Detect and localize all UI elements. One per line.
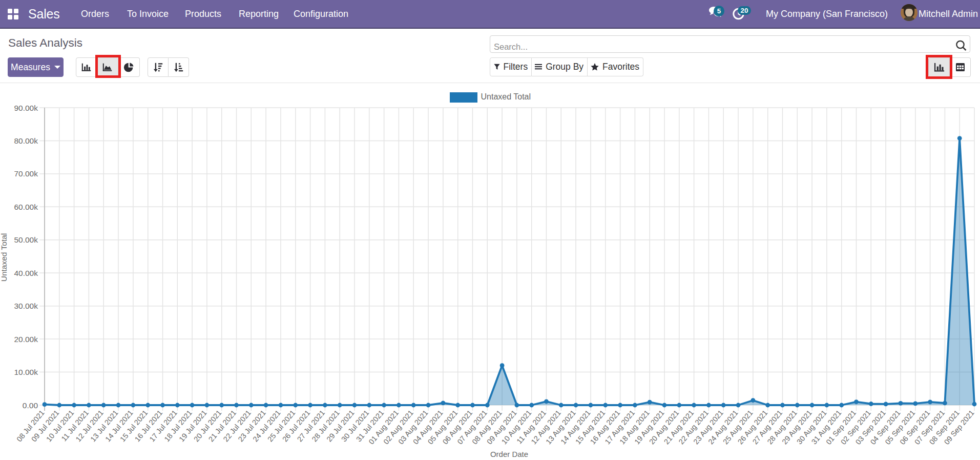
svg-text:0.00: 0.00 [23, 401, 38, 410]
svg-text:Untaxed Total: Untaxed Total [481, 92, 531, 101]
svg-text:Untaxed Total: Untaxed Total [0, 233, 8, 282]
svg-text:70.00k: 70.00k [14, 169, 38, 178]
svg-text:20.00k: 20.00k [14, 335, 38, 344]
svg-text:50.00k: 50.00k [14, 235, 38, 244]
svg-text:90.00k: 90.00k [14, 104, 38, 112]
svg-text:40.00k: 40.00k [14, 269, 38, 277]
svg-text:10.00k: 10.00k [14, 368, 38, 376]
svg-text:60.00k: 60.00k [14, 203, 38, 211]
svg-text:30.00k: 30.00k [14, 302, 38, 310]
svg-text:Order Date: Order Date [490, 450, 528, 458]
svg-text:80.00k: 80.00k [14, 136, 38, 145]
